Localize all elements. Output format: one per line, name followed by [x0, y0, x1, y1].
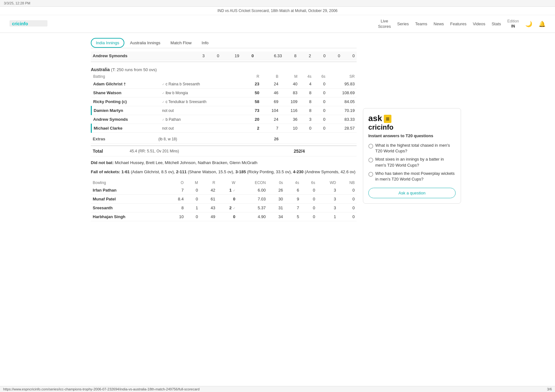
ask-question-3: ◯ Who has taken the most Powerplay wicke…	[368, 169, 456, 183]
ask-title: Instant answers to T20 questions	[368, 133, 456, 138]
batting-row: Damien Martyn not out 73 104 116 8 0 70.…	[91, 106, 357, 115]
ask-question-1: ◯ What is the highest total chased in me…	[368, 141, 456, 155]
batter-dismissal: ✓ b Pathan	[160, 115, 246, 124]
prev-bowling-row-table: Andrew Symonds 3 0 19 0 6.33 8 2 0 0 0	[91, 52, 357, 60]
bowling-row: Irfan Pathan 7 0 42 1 ✓ 6.00 26 6 0 3 0	[91, 186, 357, 195]
svg-text:cricinfo: cricinfo	[12, 21, 28, 26]
batter-name: Andrew Symonds	[91, 115, 160, 124]
prev-bowling-row: Andrew Symonds 3 0 19 0 6.33 8 2 0 0 0	[91, 52, 357, 60]
total-row-table: Total 45.4 (RR: 5.51, Ov 201 Mins) 252/4	[91, 145, 357, 156]
ask-brand: cricinfo	[368, 123, 393, 131]
bowler-name: Sreesanth	[91, 203, 166, 212]
bowler-wickets: 0	[217, 194, 237, 203]
col-sr: SR	[327, 73, 357, 80]
batting-col-header: Batting	[91, 73, 160, 80]
browser-datetime: 3/3/25, 12:28 PM	[4, 1, 30, 5]
batter-runs: 58	[246, 97, 261, 106]
prev-bowler-name: Andrew Symonds	[91, 52, 183, 60]
nav-series[interactable]: Series	[397, 21, 409, 26]
tab-info[interactable]: Info	[197, 39, 213, 47]
nav-news[interactable]: News	[433, 21, 444, 26]
batting-row: Andrew Symonds ✓ b Pathan 20 24 36 3 0 8…	[91, 115, 357, 124]
question-icon-2: ◯	[368, 157, 373, 163]
nav-videos[interactable]: Videos	[473, 21, 485, 26]
bowling-table: Bowling O M R W ECON 0s 4s 6s WD NB Irfa…	[91, 180, 357, 221]
did-not-bat: Did not bat: Michael Hussey, Brett Lee, …	[91, 158, 357, 167]
bowler-wickets: 1 ✓	[217, 186, 237, 195]
fall-of-wickets: Fall of wickets: 1-61 (Adam Gilchrist, 8…	[91, 167, 357, 177]
col-4s: 4s	[299, 73, 313, 80]
batter-dismissal: not out	[160, 124, 246, 133]
col-6s: 6s	[313, 73, 327, 80]
batter-runs: 73	[246, 106, 261, 115]
col-r: R	[246, 73, 261, 80]
tab-india-innings[interactable]: India Innings	[91, 38, 124, 48]
ask-logo-accent: ≡	[384, 115, 391, 123]
bowler-name: Harbhajan Singh	[91, 212, 166, 221]
nav-teams[interactable]: Teams	[415, 21, 427, 26]
extras-row: Extras (lb 8, w 18) 26	[91, 135, 357, 144]
dark-mode-toggle[interactable]: 🌙	[525, 21, 532, 28]
batter-dismissal: ✓ lbw b Mongia	[160, 89, 246, 97]
col-m: M	[280, 73, 299, 80]
batter-runs: 23	[246, 80, 261, 89]
batter-name: Ricky Ponting (c)	[91, 97, 160, 106]
question-icon-1: ◯	[368, 143, 373, 149]
batting-row: Adam Gilchrist † ✓ c Raina b Sreesanth 2…	[91, 80, 357, 89]
batter-name: Shane Watson	[91, 89, 160, 97]
total-row: Total 45.4 (RR: 5.51, Ov 201 Mins) 252/4	[91, 146, 357, 156]
batting-row: Michael Clarke not out 2 7 10 0 0 28.57	[91, 124, 357, 133]
notifications-icon[interactable]: 🔔	[539, 21, 546, 28]
bowler-name: Irfan Pathan	[91, 186, 166, 195]
logo[interactable]: cricinfo	[9, 18, 47, 29]
bowling-row: Munaf Patel 8.4 0 61 0 7.03 30 9 0 3 0	[91, 194, 357, 203]
extras-row-table: Extras (lb 8, w 18) 26	[91, 135, 357, 144]
total-label: Total	[91, 146, 128, 156]
australia-team-header: Australia (T: 250 runs from 50 ovs)	[91, 64, 357, 73]
batting-row: Ricky Ponting (c) ✓ c Tendulkar b Sreesa…	[91, 97, 357, 106]
tab-match-flow[interactable]: Match Flow	[166, 39, 196, 47]
nav-features[interactable]: Features	[450, 21, 466, 26]
extras-label: Extras	[91, 135, 156, 144]
batter-runs: 2	[246, 124, 261, 133]
batter-dismissal: ✓ c Tendulkar b Sreesanth	[160, 97, 246, 106]
page-title-bar: IND vs AUS Cricket Scorecard, 18th Match…	[0, 7, 555, 15]
nav-live-scores[interactable]: Live Scores	[378, 19, 391, 29]
bowling-row: Harbhajan Singh 10 0 49 0 4.90 34 5 0 1 …	[91, 212, 357, 221]
nav-edition[interactable]: Edition IN	[507, 19, 519, 29]
col-b: B	[261, 73, 280, 80]
scorecard-tabs: India Innings Australia Innings Match Fl…	[91, 35, 357, 48]
bowler-name: Munaf Patel	[91, 194, 166, 203]
batter-name: Adam Gilchrist †	[91, 80, 160, 89]
browser-bar: 3/3/25, 12:28 PM	[0, 0, 555, 7]
bowler-wickets: 2 ✓	[217, 203, 237, 212]
batter-name: Michael Clarke	[91, 124, 160, 133]
ask-cricinfo-box: ask ≡ cricinfo Instant answers to T20 qu…	[363, 108, 461, 204]
batter-dismissal: not out	[160, 106, 246, 115]
batting-row: Shane Watson ✓ lbw b Mongia 50 46 83 8 0…	[91, 89, 357, 97]
sidebar: ask ≡ cricinfo Instant answers to T20 qu…	[357, 35, 464, 221]
batting-table: Batting R B M 4s 6s SR Adam Gilchrist † …	[91, 73, 357, 133]
bowler-wickets: 0	[217, 212, 237, 221]
batter-name: Damien Martyn	[91, 106, 160, 115]
bowling-row: Sreesanth 8 1 43 2 ✓ 5.37 31 7 0 3 0	[91, 203, 357, 212]
ask-question-button[interactable]: Ask a question	[368, 188, 456, 198]
tab-australia-innings[interactable]: Australia Innings	[126, 39, 165, 47]
ask-question-2: ◯ Most sixes in an innings by a batter i…	[368, 155, 456, 169]
nav-stats[interactable]: Stats	[492, 21, 501, 26]
batter-runs: 20	[246, 115, 261, 124]
page-title: IND vs AUS Cricket Scorecard, 18th Match…	[217, 9, 338, 13]
bowling-col-header: Bowling	[91, 180, 166, 186]
ask-logo-text: ask	[368, 113, 382, 123]
batter-dismissal: ✓ c Raina b Sreesanth	[160, 80, 246, 89]
question-icon-3: ◯	[368, 171, 373, 177]
batter-runs: 50	[246, 89, 261, 97]
